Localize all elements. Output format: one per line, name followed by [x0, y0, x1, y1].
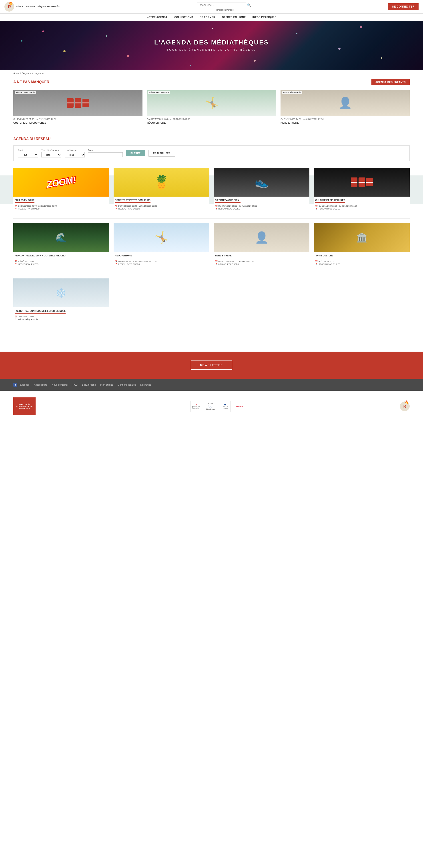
- filter-date-input[interactable]: [88, 152, 123, 157]
- event-name-bulles: BULLES EN FOLIE: [15, 199, 34, 203]
- event-img-linh: 🌊: [13, 223, 109, 252]
- event-card-noel[interactable]: ❄️ HO, HO, HO... CONTINUONS L'ESPRIT DE …: [13, 278, 109, 322]
- footer-link-mentions[interactable]: Mentions légales: [118, 383, 136, 386]
- featured-img-3: 👤 MÉDIATHÈQUE UZÈS: [281, 90, 410, 116]
- event-date-text-culture1: Du 18/11/2020 11:30 · au 09/12/2020 11:3…: [319, 205, 357, 207]
- footer-link-plan[interactable]: Plan du site: [100, 383, 113, 386]
- location-icon-3: 📍: [215, 208, 218, 210]
- event-img-bulles: ZOOM!: [13, 168, 109, 196]
- event-img-here: 👤: [214, 223, 310, 252]
- filter-public-label: Public: [18, 149, 38, 151]
- confetti: [42, 30, 44, 32]
- featured-card-1[interactable]: RÉSEAU PAYS D'UZÈS Du 18/11/2020 11:30 ·…: [13, 90, 142, 126]
- divider-2: [13, 274, 410, 274]
- event-date-culture1: 📅 Du 18/11/2020 11:30 · au 09/12/2020 11…: [315, 205, 408, 207]
- nav-link-collections[interactable]: COLLECTIONS: [174, 16, 193, 19]
- event-card-detente[interactable]: 🍍 DÉTENTE ET PETITS BONHEURS 📅 Du 07/09/…: [113, 168, 209, 212]
- search-advanced-link[interactable]: Recherche avancée: [214, 9, 234, 11]
- face-art: 👤: [338, 96, 352, 110]
- featured-card-3-date: Du 01/12/2020 14:56 · au 09/01/2021 23:0…: [281, 118, 410, 121]
- event-location-text-sport: RÉSEAU PAYS D'UZÈS: [219, 208, 240, 210]
- nav-link-offres[interactable]: OFFRES EN LIGNE: [222, 16, 246, 19]
- location-icon-7: 📍: [215, 263, 218, 265]
- event-card-here[interactable]: 👤 HERE & THERE 📅 Du 01/12/2020 14:56 · a…: [214, 223, 310, 267]
- location-icon-2: 📍: [115, 208, 117, 210]
- nav-item-infos[interactable]: INFOS PRATIQUES: [253, 16, 276, 19]
- filter-localisation-label: Localisation: [65, 149, 85, 151]
- event-location-reouverture: 📍 RÉSEAU PAYS D'UZÈS: [115, 263, 208, 265]
- event-card-pass[interactable]: 🏛️ "PASS CULTURE" 📅 07/12/2020 12:30 📍 R…: [314, 223, 410, 267]
- gard-text: GARD30Département: [206, 403, 216, 410]
- featured-img-2: 🤸 RÉSEAU PAYS D'UZÈS: [147, 90, 276, 116]
- confetti: [106, 35, 107, 37]
- event-name-detente: DÉTENTE ET PETITS BONHEURS: [115, 199, 151, 203]
- breadcrumb-current: L'agenda: [34, 72, 43, 74]
- empty-slot-2: [214, 278, 310, 322]
- confetti: [254, 60, 256, 62]
- btn-filter[interactable]: FILTRER: [126, 150, 145, 156]
- location-icon-6: 📍: [115, 263, 117, 265]
- footer-link-faq[interactable]: FAQ: [73, 383, 77, 386]
- search-input[interactable]: [197, 2, 246, 8]
- snow-icon: ❄️: [56, 288, 67, 298]
- header: R 🔥 RÉSEAU DES BIBLIOTHÈQUES PAYS D'UZÈS…: [0, 0, 423, 13]
- calendar-icon-8: 📅: [315, 260, 318, 262]
- footer-logo-r: R 🔥: [400, 401, 410, 411]
- event-img-reouverture: 🤸: [113, 223, 209, 252]
- zoom-text: ZOOM!: [46, 175, 77, 189]
- event-card-sport[interactable]: 👟 S'PORTEZ-VOUS BIEN ! 📅 Du 29/10/2020 0…: [214, 168, 310, 212]
- agenda-section: AGENDA DU RÉSEAU Public - Tout - Type d'…: [0, 132, 423, 343]
- featured-card-1-title: Culture et Epluchures: [13, 121, 142, 124]
- event-location-pass: 📍 RÉSEAU PAYS D'UZÈS: [315, 263, 408, 265]
- nav-item-agenda[interactable]: VOTRE AGENDA: [147, 16, 168, 19]
- footer-link-bibenpoche[interactable]: BIBEnPoche: [82, 383, 96, 386]
- nav-link-agenda[interactable]: VOTRE AGENDA: [147, 16, 168, 19]
- confetti: [338, 48, 340, 50]
- btn-agenda-enfants[interactable]: AGENDA DES ENFANTS: [371, 79, 410, 85]
- featured-card-1-label: RÉSEAU PAYS D'UZÈS: [15, 91, 36, 94]
- campbells-cans: [67, 98, 89, 107]
- filter-public-select[interactable]: - Tout -: [18, 152, 38, 157]
- nav-item-collections[interactable]: COLLECTIONS: [174, 16, 193, 19]
- filter-type-select[interactable]: - Tout -: [41, 152, 61, 157]
- featured-card-3[interactable]: 👤 MÉDIATHÈQUE UZÈS Du 01/12/2020 14:56 ·…: [281, 90, 410, 126]
- breadcrumb-agenda[interactable]: Agenda: [23, 72, 32, 74]
- event-card-reouverture[interactable]: 🤸 RÉOUVERTURE 📅 Du 30/11/2020 09:00 · au…: [113, 223, 209, 267]
- connect-button[interactable]: SE CONNECTER: [388, 3, 419, 10]
- confetti: [190, 65, 191, 66]
- btn-reset[interactable]: RÉINITIALISER: [149, 150, 175, 157]
- can-r3: [366, 178, 373, 186]
- calendar-icon-6: 📅: [115, 260, 117, 262]
- nav-item-former[interactable]: SE FORMER: [200, 16, 216, 19]
- event-location-text-culture1: RÉSEAU PAYS D'UZÈS: [319, 208, 340, 210]
- nav-item-offres[interactable]: OFFRES EN LIGNE: [222, 16, 246, 19]
- occitanie-text: Occitanie: [236, 406, 243, 407]
- footer-facebook[interactable]: f Facebook: [13, 383, 29, 387]
- nav-link-former[interactable]: SE FORMER: [200, 16, 216, 19]
- featured-card-1-date: Du 18/11/2020 11:30 · au 09/12/2020 11:3…: [13, 118, 142, 121]
- filter-localisation-select[interactable]: - Tout -: [65, 152, 85, 157]
- event-card-bulles[interactable]: ZOOM! BULLES EN FOLIE 📅 Du 07/09/2020 00…: [13, 168, 109, 212]
- event-body-sport: S'PORTEZ-VOUS BIEN ! 📅 Du 29/10/2020 00:…: [214, 196, 310, 212]
- nav-link-infos[interactable]: INFOS PRATIQUES: [253, 16, 276, 19]
- events-row3: ❄️ HO, HO, HO... CONTINUONS L'ESPRIT DE …: [13, 278, 410, 322]
- empty-slot-3: [314, 278, 410, 322]
- search-icon[interactable]: 🔍: [247, 3, 251, 7]
- btn-newsletter[interactable]: NEWSLETTER: [191, 361, 232, 370]
- footer-link-facebook[interactable]: Facebook: [19, 383, 29, 386]
- event-name-pass: "PASS CULTURE": [315, 254, 334, 258]
- footer-flame-icon: 🔥: [405, 400, 409, 404]
- footer-link-contact[interactable]: Nous contacter: [52, 383, 68, 386]
- calendar-icon-7: 📅: [215, 260, 218, 262]
- event-card-culture1[interactable]: CULTURE ET EPLUCHURES 📅 Du 18/11/2020 11…: [314, 168, 410, 212]
- search-area: 🔍 Recherche avancée: [60, 2, 388, 11]
- event-card-linh[interactable]: 🌊 RENCONTRE AVEC LINH N'GUYEN LE PHUONG …: [13, 223, 109, 267]
- event-body-noel: HO, HO, HO... CONTINUONS L'ESPRIT DE NOË…: [13, 307, 109, 322]
- can-2: [75, 98, 82, 107]
- event-body-here: HERE & THERE 📅 Du 01/12/2020 14:56 · au …: [214, 252, 310, 267]
- calendar-icon-4: 📅: [315, 205, 318, 207]
- featured-card-2[interactable]: 🤸 RÉSEAU PAYS D'UZÈS Du 30/11/2020 09:00…: [147, 90, 276, 126]
- breadcrumb-home[interactable]: Accueil: [13, 72, 21, 74]
- footer-link-accessibilite[interactable]: Accessibilité: [34, 383, 47, 386]
- footer-link-tutios[interactable]: Nos tutios: [140, 383, 151, 386]
